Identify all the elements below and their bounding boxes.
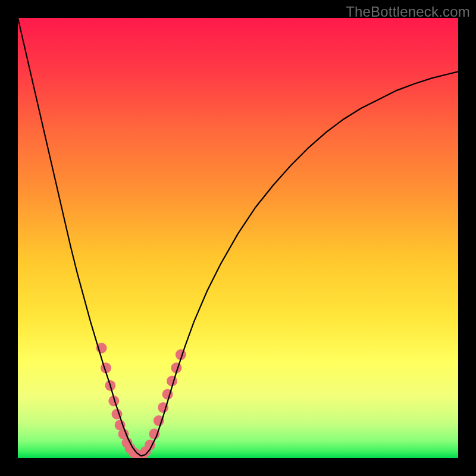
gradient-background — [18, 18, 458, 458]
plot-svg — [18, 18, 458, 458]
chart-frame: TheBottleneck.com — [0, 0, 476, 476]
